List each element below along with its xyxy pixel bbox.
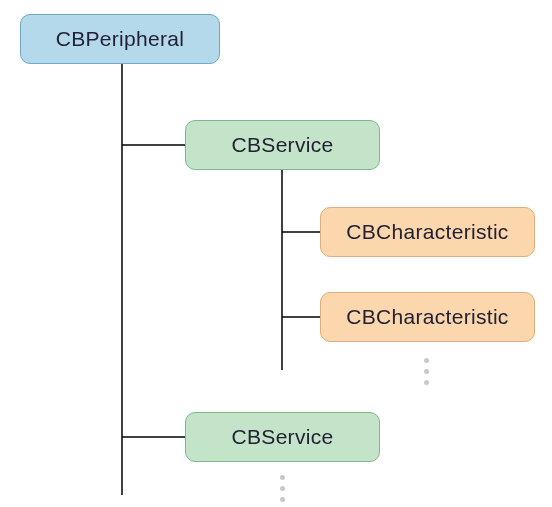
- node-cbperipheral: CBPeripheral: [20, 14, 220, 64]
- ellipsis-characteristics: [424, 358, 429, 385]
- node-label: CBCharacteristic: [346, 220, 508, 244]
- ellipsis-services: [280, 475, 285, 502]
- node-cbcharacteristic-1: CBCharacteristic: [320, 207, 535, 257]
- node-label: CBService: [232, 133, 334, 157]
- node-label: CBCharacteristic: [346, 305, 508, 329]
- node-label: CBPeripheral: [56, 27, 185, 51]
- node-label: CBService: [232, 425, 334, 449]
- node-cbservice-2: CBService: [185, 412, 380, 462]
- node-cbservice-1: CBService: [185, 120, 380, 170]
- node-cbcharacteristic-2: CBCharacteristic: [320, 292, 535, 342]
